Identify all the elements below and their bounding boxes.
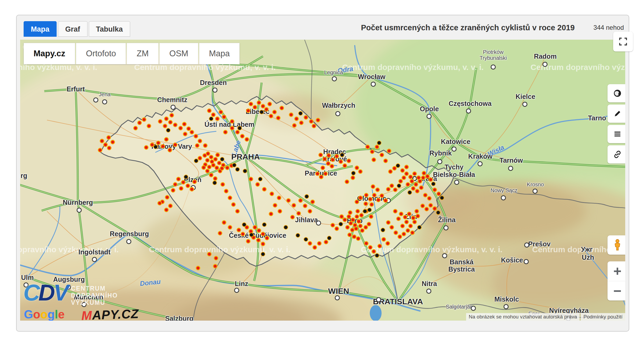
- accident-dot-red[interactable]: [265, 236, 269, 240]
- accident-dot-red[interactable]: [164, 117, 168, 121]
- accident-dot-red[interactable]: [415, 189, 419, 193]
- accident-dot-red[interactable]: [382, 238, 386, 241]
- accident-dot-red[interactable]: [104, 143, 107, 147]
- accident-dot-red[interactable]: [327, 154, 331, 157]
- accident-dot-red[interactable]: [355, 166, 359, 170]
- accident-dot-red[interactable]: [232, 203, 235, 206]
- accident-dot-black[interactable]: [261, 252, 265, 256]
- accident-dot-red[interactable]: [372, 193, 376, 197]
- accident-dot-red[interactable]: [368, 197, 372, 201]
- accident-dot-red[interactable]: [230, 126, 234, 130]
- tab-mapa[interactable]: Mapa: [24, 21, 57, 37]
- accident-dot-black[interactable]: [213, 181, 217, 185]
- accident-dot-black[interactable]: [184, 175, 188, 179]
- accident-dot-red[interactable]: [312, 124, 316, 128]
- accident-dot-black[interactable]: [260, 110, 264, 114]
- accident-dot-black[interactable]: [299, 112, 303, 116]
- accident-dot-red[interactable]: [321, 166, 325, 170]
- accident-dot-red[interactable]: [399, 212, 403, 216]
- accident-dot-red[interactable]: [413, 220, 416, 224]
- accident-dot-red[interactable]: [308, 242, 312, 245]
- accident-dot-red[interactable]: [228, 196, 232, 200]
- accident-dot-red[interactable]: [207, 109, 211, 113]
- accident-dot-red[interactable]: [299, 121, 303, 125]
- accident-dot-red[interactable]: [369, 215, 373, 218]
- accident-dot-red[interactable]: [402, 176, 406, 180]
- accident-dot-red[interactable]: [331, 223, 335, 227]
- accident-dot-red[interactable]: [276, 116, 280, 120]
- accident-dot-red[interactable]: [343, 218, 347, 222]
- accident-dot-red[interactable]: [330, 164, 334, 168]
- accident-dot-red[interactable]: [292, 203, 296, 207]
- accident-dot-red[interactable]: [269, 114, 273, 118]
- accident-dot-red[interactable]: [351, 218, 355, 222]
- tab-graf[interactable]: Graf: [58, 21, 87, 37]
- accident-dot-red[interactable]: [364, 202, 368, 206]
- accident-dot-red[interactable]: [367, 222, 371, 226]
- accident-dot-black[interactable]: [418, 225, 422, 229]
- accident-dot-red[interactable]: [289, 113, 293, 117]
- accident-dot-red[interactable]: [356, 209, 360, 213]
- accident-dot-black[interactable]: [243, 169, 247, 173]
- accident-dot-red[interactable]: [257, 101, 261, 105]
- accident-dot-red[interactable]: [194, 134, 198, 138]
- accident-dot-black[interactable]: [408, 191, 412, 195]
- accident-dot-red[interactable]: [399, 179, 402, 183]
- accident-dot-black[interactable]: [431, 182, 436, 186]
- accident-dot-red[interactable]: [317, 242, 321, 245]
- accident-dot-red[interactable]: [345, 180, 349, 184]
- accident-dot-red[interactable]: [390, 184, 394, 188]
- accident-dot-red[interactable]: [203, 144, 207, 147]
- accident-dot-red[interactable]: [277, 196, 281, 200]
- accident-dot-red[interactable]: [297, 212, 301, 215]
- accident-dot-red[interactable]: [291, 215, 294, 219]
- accident-dot-red[interactable]: [195, 144, 199, 147]
- accident-dot-black[interactable]: [436, 211, 440, 215]
- accident-dot-red[interactable]: [182, 122, 186, 126]
- accident-dot-red[interactable]: [437, 192, 441, 196]
- zoom-out-button[interactable]: −: [608, 281, 625, 301]
- accident-dot-red[interactable]: [249, 177, 253, 181]
- accident-dot-black[interactable]: [327, 236, 331, 240]
- accident-dot-red[interactable]: [350, 228, 354, 232]
- accident-dot-red[interactable]: [138, 121, 141, 125]
- tab-tabulka[interactable]: Tabulka: [89, 21, 130, 37]
- accident-dot-red[interactable]: [427, 196, 431, 200]
- accident-dot-red[interactable]: [237, 228, 241, 232]
- accident-dot-red[interactable]: [179, 187, 183, 190]
- accident-dot-red[interactable]: [169, 204, 172, 208]
- accident-dot-red[interactable]: [354, 227, 358, 231]
- accident-dot-red[interactable]: [164, 208, 168, 212]
- accident-dot-red[interactable]: [376, 188, 379, 192]
- accident-dot-red[interactable]: [393, 188, 397, 192]
- accident-dot-red[interactable]: [352, 235, 356, 239]
- accident-dot-black[interactable]: [397, 184, 401, 188]
- accident-dot-red[interactable]: [358, 224, 362, 228]
- accident-dot-red[interactable]: [278, 209, 282, 213]
- layers-list-button[interactable]: [608, 125, 625, 143]
- accident-dot-red[interactable]: [211, 163, 215, 167]
- accident-dot-red[interactable]: [240, 134, 244, 138]
- accident-dot-red[interactable]: [409, 224, 412, 228]
- accident-dot-red[interactable]: [348, 233, 352, 237]
- layer-option-ortofoto[interactable]: Ortofoto: [76, 43, 126, 64]
- accident-dot-red[interactable]: [213, 264, 217, 268]
- accident-dot-red[interactable]: [170, 113, 174, 117]
- accident-dot-red[interactable]: [280, 106, 284, 110]
- accident-dot-red[interactable]: [299, 199, 302, 202]
- accident-dot-red[interactable]: [206, 169, 209, 173]
- accident-dot-black[interactable]: [250, 233, 254, 237]
- accident-dot-red[interactable]: [158, 201, 162, 205]
- accident-dot-red[interactable]: [213, 177, 217, 180]
- accident-dot-red[interactable]: [415, 209, 419, 213]
- accident-dot-red[interactable]: [387, 149, 391, 153]
- accident-dot-red[interactable]: [358, 196, 362, 200]
- accident-dot-red[interactable]: [407, 212, 411, 216]
- accident-dot-red[interactable]: [218, 231, 222, 235]
- accident-dot-black[interactable]: [236, 168, 240, 172]
- accident-dot-red[interactable]: [268, 102, 272, 106]
- accident-dot-red[interactable]: [190, 187, 194, 191]
- accident-dot-red[interactable]: [411, 187, 415, 190]
- accident-dot-red[interactable]: [368, 246, 372, 249]
- accident-dot-black[interactable]: [258, 177, 262, 181]
